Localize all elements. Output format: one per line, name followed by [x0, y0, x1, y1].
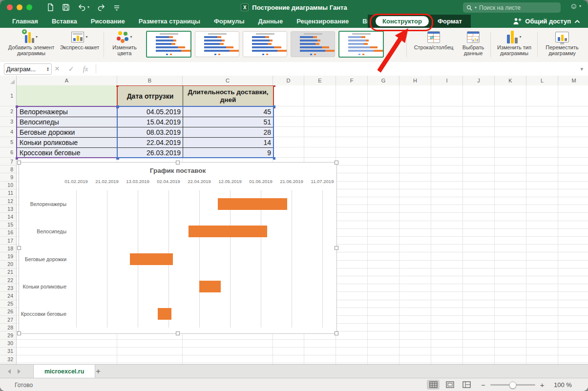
search-scope-caret[interactable]: ▾ [475, 6, 477, 10]
row-header-19[interactable]: 19 [0, 252, 17, 260]
gantt-bar-3[interactable] [130, 253, 173, 265]
close-window-button[interactable] [7, 4, 13, 10]
minimize-window-button[interactable] [17, 4, 22, 10]
row-header-30[interactable]: 30 [0, 340, 17, 348]
chart-selection-handle[interactable] [176, 161, 180, 165]
insert-function-icon[interactable]: fx [83, 65, 88, 73]
normal-view-button[interactable] [427, 380, 440, 390]
row-header-28[interactable]: 28 [0, 324, 17, 331]
grid-body[interactable]: График поставок 01.02.201921.02.201913.0… [0, 85, 588, 364]
row-header-11[interactable]: 11 [0, 189, 17, 197]
column-header-A[interactable]: A [17, 76, 117, 85]
row-header-13[interactable]: 13 [0, 205, 17, 213]
row-header-15[interactable]: 15 [0, 221, 17, 229]
row-header-3[interactable]: 3 [0, 117, 17, 127]
change-colors-button[interactable]: ▾ Изменить цвета [105, 30, 144, 56]
row-header-21[interactable]: 21 [0, 268, 17, 276]
undo-dropdown-caret[interactable]: ▾ [87, 5, 89, 9]
cell-B1-header[interactable]: Дата отгрузки [117, 85, 183, 106]
cell-C1-header[interactable]: Длительность доставки, дней [183, 85, 273, 106]
cell-C5[interactable]: 14 [183, 137, 273, 148]
row-header-17[interactable]: 17 [0, 237, 17, 245]
row-header-1[interactable]: 1 [0, 85, 17, 106]
row-header-29[interactable]: 29 [0, 331, 17, 339]
chart-style-thumb-5[interactable] [338, 31, 384, 58]
row-header-14[interactable]: 14 [0, 213, 17, 221]
chart-style-thumb-4[interactable] [291, 31, 335, 57]
tab-glavnaya[interactable]: Главная [12, 18, 38, 25]
gantt-bar-5[interactable] [158, 308, 171, 320]
row-header-25[interactable]: 25 [0, 300, 17, 308]
gantt-bar-2[interactable] [189, 226, 267, 237]
add-sheet-button[interactable]: + [91, 365, 105, 378]
change-chart-type-button[interactable]: ▾ Изменить тип диаграммы [492, 30, 536, 56]
zoom-slider[interactable] [490, 384, 535, 386]
cell-B6[interactable]: 26.03.2019 [117, 147, 183, 158]
page-break-view-button[interactable] [460, 380, 473, 390]
name-box-spinner[interactable]: ▲▼ [46, 67, 49, 72]
switch-row-column-button[interactable]: ⇄ Строка/столбец [408, 30, 459, 50]
cell-B3[interactable]: 15.04.2019 [117, 117, 183, 127]
row-header-26[interactable]: 26 [0, 308, 17, 316]
cell-B5[interactable]: 22.04.2019 [117, 137, 183, 148]
row-header-32[interactable]: 32 [0, 355, 17, 363]
chart-selection-handle[interactable] [335, 246, 338, 250]
chart-styles-gallery[interactable] [146, 30, 390, 58]
select-data-button[interactable]: Выбрать данные [457, 30, 489, 56]
cell-B4[interactable]: 08.03.2019 [117, 127, 183, 138]
zoom-percent-label[interactable]: 100 % [554, 378, 572, 391]
toolbar-more-icon[interactable] [113, 3, 120, 11]
chart-style-thumb-2[interactable] [195, 31, 239, 57]
move-chart-button[interactable]: Переместить диаграмму [539, 30, 585, 56]
row-header-12[interactable]: 12 [0, 197, 17, 205]
row-header-4[interactable]: 4 [0, 127, 17, 137]
chart-style-thumb-1[interactable] [146, 31, 191, 58]
cell-C2[interactable]: 45 [183, 106, 273, 117]
column-header-H[interactable]: H [399, 76, 431, 85]
page-layout-view-button[interactable] [443, 380, 456, 390]
new-document-icon[interactable] [47, 3, 54, 11]
chart-selection-handle[interactable] [17, 161, 21, 165]
redo-button[interactable] [97, 3, 105, 11]
search-input[interactable]: ▾ Поиск на листе [463, 2, 561, 13]
gantt-bar-4[interactable] [199, 281, 221, 292]
column-header-L[interactable]: L [526, 76, 558, 85]
column-header-K[interactable]: K [495, 76, 526, 85]
quick-layout-button[interactable]: ▾ Экспресс-макет [57, 30, 103, 50]
chart-style-thumb-3[interactable] [243, 31, 287, 57]
zoom-window-button[interactable] [26, 4, 32, 10]
column-header-B[interactable]: B [117, 76, 183, 85]
chart-selection-handle[interactable] [17, 331, 21, 335]
row-header-7[interactable]: 7 [0, 158, 17, 165]
tab-recenzirovanie[interactable]: Рецензирование [296, 18, 349, 25]
row-header-24[interactable]: 24 [0, 292, 17, 300]
formula-bar-expand-icon[interactable]: ▾ [580, 62, 583, 76]
row-header-23[interactable]: 23 [0, 284, 17, 292]
row-header-16[interactable]: 16 [0, 229, 17, 237]
name-box[interactable]: Диаграм... ▲▼ [4, 63, 52, 75]
column-header-E[interactable]: E [304, 76, 336, 85]
cell-A6[interactable]: Кроссовки беговые [17, 147, 118, 158]
sheet-tab-microexcel[interactable]: microexcel.ru [33, 365, 95, 378]
column-header-C[interactable]: C [183, 76, 273, 85]
row-header-31[interactable]: 31 [0, 348, 17, 355]
cell-A5[interactable]: Коньки роликовые [17, 137, 118, 148]
row-header-18[interactable]: 18 [0, 245, 17, 252]
row-header-10[interactable]: 10 [0, 182, 17, 189]
zoom-slider-knob[interactable] [509, 381, 516, 389]
chart-selection-handle[interactable] [176, 331, 180, 335]
chart-title[interactable]: График поставок [19, 167, 336, 174]
column-header-D[interactable]: D [273, 76, 304, 85]
row-header-8[interactable]: 8 [0, 165, 17, 173]
chart-selection-handle[interactable] [17, 246, 21, 250]
tab-vstavka[interactable]: Вставка [52, 18, 77, 25]
chart-selection-handle[interactable] [335, 331, 338, 335]
tab-risovanie[interactable]: Рисование [91, 18, 125, 25]
column-header-F[interactable]: F [336, 76, 368, 85]
prev-sheet-arrow-icon[interactable] [8, 369, 11, 374]
row-header-9[interactable]: 9 [0, 173, 17, 181]
cell-C4[interactable]: 28 [183, 127, 273, 138]
confirm-entry-icon[interactable]: ✓ [68, 65, 74, 73]
column-header-I[interactable]: I [431, 76, 463, 85]
tab-konstruktor-active[interactable]: Конструктор [376, 16, 429, 26]
